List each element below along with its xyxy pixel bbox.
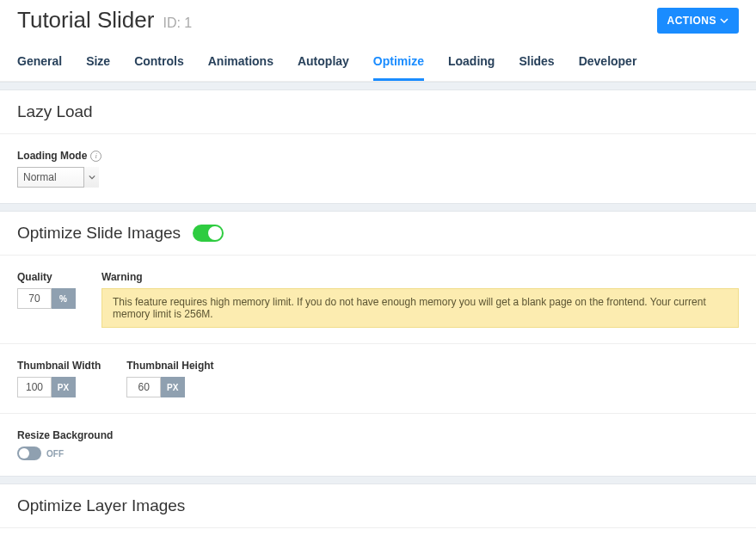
tab-optimize[interactable]: Optimize [373, 46, 424, 81]
section-optimize-layer-images: Optimize Layer Images Resize OFF Base64 … [0, 484, 756, 542]
thumbnail-width-label: Thumbnail Width [17, 360, 101, 372]
quality-input[interactable] [17, 288, 52, 309]
thumbnail-width-input[interactable] [17, 377, 52, 397]
quality-label: Quality [17, 271, 52, 283]
tab-nav: General Size Controls Animations Autopla… [0, 46, 756, 82]
thumbnail-height-input[interactable] [126, 377, 161, 397]
tab-controls[interactable]: Controls [134, 46, 184, 81]
tab-developer[interactable]: Developer [579, 46, 637, 81]
section-lazy-load: Lazy Load Loading Mode i [0, 90, 756, 203]
tab-slides[interactable]: Slides [519, 46, 554, 81]
toggle-off-label: OFF [46, 449, 64, 459]
tab-loading[interactable]: Loading [448, 46, 495, 81]
section-title-lazy-load: Lazy Load [17, 102, 93, 121]
tab-size[interactable]: Size [86, 46, 110, 81]
optimize-slide-images-toggle[interactable] [193, 225, 224, 242]
warning-message: This feature requires high memory limit.… [101, 288, 739, 328]
tab-general[interactable]: General [17, 46, 62, 81]
warning-label: Warning [101, 271, 143, 283]
section-title-optimize-slide: Optimize Slide Images [17, 224, 181, 243]
tab-animations[interactable]: Animations [208, 46, 274, 81]
actions-button[interactable]: ACTIONS [657, 8, 740, 34]
px-unit: PX [161, 377, 185, 397]
thumbnail-height-label: Thumbnail Height [126, 360, 213, 372]
loading-mode-label: Loading Mode [17, 150, 87, 162]
chevron-down-icon [720, 16, 728, 25]
info-icon[interactable]: i [90, 151, 101, 162]
loading-mode-select[interactable] [17, 167, 99, 188]
section-title-optimize-layer: Optimize Layer Images [17, 496, 185, 515]
resize-background-label: Resize Background [17, 429, 113, 441]
resize-background-toggle[interactable] [17, 447, 41, 460]
page-id-label: ID: 1 [163, 15, 192, 31]
actions-button-label: ACTIONS [667, 15, 717, 27]
px-unit: PX [52, 377, 76, 397]
page-title: Tutorial Slider [17, 7, 154, 34]
section-optimize-slide-images: Optimize Slide Images Quality % Warning … [0, 212, 756, 476]
tab-autoplay[interactable]: Autoplay [298, 46, 349, 81]
quality-unit: % [52, 288, 76, 309]
